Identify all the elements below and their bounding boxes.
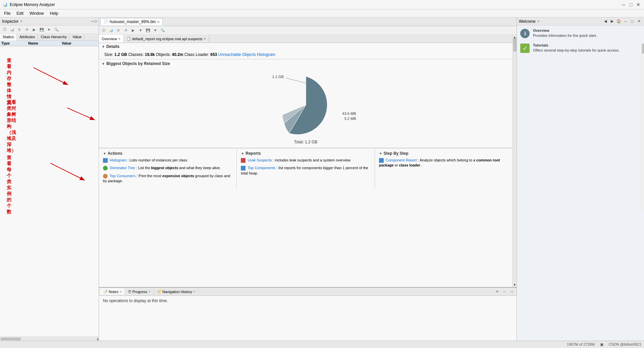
bottom-content-text: No operations to display at this time. — [103, 298, 168, 303]
editor-btn-save2[interactable]: 💾 — [145, 27, 151, 34]
right-nav-back[interactable]: ◀ — [602, 18, 608, 24]
overview-tab1-close[interactable]: ✕ — [118, 37, 121, 41]
editor-btn-info[interactable]: ⓘ — [100, 27, 107, 34]
editor-tab-close[interactable]: ✕ — [157, 20, 160, 24]
menu-file[interactable]: File — [1, 10, 13, 16]
biggest-toggle: ▼ — [102, 62, 105, 66]
notes-icon: 📝 — [103, 289, 108, 294]
toolbar-save[interactable]: 💾 — [38, 26, 45, 33]
content-scrollbar-v[interactable]: ▲ ▼ — [513, 35, 517, 287]
overview-tab2-icon: 📋 — [126, 37, 131, 41]
editor-btn-refresh[interactable]: ↺ — [122, 27, 129, 34]
editor-tab-main[interactable]: 📄 huixuexi_master_99%.bin ✕ — [100, 18, 163, 25]
progress-label: Progress — [132, 290, 147, 294]
details-header[interactable]: ▼ Details — [99, 43, 513, 50]
editor-btn-copy2[interactable]: ⎘ — [115, 27, 122, 34]
scroll-right-btn[interactable]: › — [97, 336, 99, 342]
topconsumers-link[interactable]: Top Consumers — [110, 174, 136, 178]
overview-tab1-label: Overview — [102, 37, 117, 41]
bottom-sections: ▼ Actions Histogram : Lists number of in… — [99, 148, 513, 189]
right-scroll-thumb[interactable] — [642, 44, 644, 54]
toolbar-copy[interactable]: ⎘ — [16, 26, 23, 33]
inspector-title: Inspector — [2, 19, 18, 24]
bottom-tab-navigation[interactable]: 🧭 Navigation History ✕ — [154, 288, 199, 295]
bottom-action-2[interactable]: ─ — [501, 288, 508, 295]
inspector-id: ✕ — [20, 19, 22, 23]
bottom-action-1[interactable]: ✕ — [494, 288, 500, 295]
col-type-header: Type — [1, 41, 28, 45]
center-main: Overview ✕ 📋 default_report org.eclipse.… — [99, 35, 517, 287]
topconsumers-icon — [103, 174, 108, 179]
editor-btn-dropdown[interactable]: ▼ — [137, 27, 144, 34]
welcome-tutorials-icon: ✓ — [520, 43, 530, 54]
right-header-buttons: ◀ ▶ 🏠 ─ □ ✕ — [602, 18, 642, 24]
welcome-overview-text: Overview Provides information for the qu… — [533, 28, 597, 39]
dominator-link[interactable]: Dominator Tree — [110, 166, 135, 170]
right-nav-home[interactable]: 🏠 — [616, 18, 622, 24]
histogram-link[interactable]: Histogram — [110, 158, 126, 162]
bottom-action-3[interactable]: □ — [508, 288, 515, 295]
details-toggle: ▼ — [102, 45, 105, 49]
right-maximize[interactable]: □ — [629, 18, 635, 24]
biggest-objects-header[interactable]: ▼ Biggest Objects by Retained Size — [99, 59, 513, 68]
details-size: 1.2 GB — [114, 52, 127, 57]
details-classloader: 653 — [210, 52, 217, 57]
close-button[interactable]: ✕ — [635, 2, 641, 8]
details-section: ▼ Details Size: 1.2 GB Classes: 19.8k Ob… — [99, 43, 513, 59]
unreachable-link[interactable]: Unreachable Objects Histogram — [218, 52, 275, 57]
topcomp-link[interactable]: Top Components — [248, 166, 275, 170]
maximize-button[interactable]: □ — [628, 2, 634, 8]
menu-window[interactable]: Window — [27, 10, 47, 16]
status-right: 1907M of 2728M ▣ CSDN @billxin0621 — [567, 342, 641, 347]
inspector-minimize[interactable]: ─ — [91, 19, 94, 23]
report-leak: Leak Suspects : includes leak suspects a… — [241, 158, 370, 163]
bottom-tab-progress[interactable]: ⏱ Progress ✕ — [125, 289, 154, 295]
toolbar-refresh[interactable]: ↺ — [23, 26, 30, 33]
scroll-thumb[interactable] — [513, 38, 517, 52]
right-minimize[interactable]: ─ — [623, 18, 629, 24]
details-classes: 19.8k — [145, 52, 155, 57]
menu-edit[interactable]: Edit — [14, 10, 26, 16]
menu-help[interactable]: Help — [47, 10, 61, 16]
inspector-maximize[interactable]: □ — [95, 19, 97, 23]
details-objects-label: Objects: — [156, 52, 172, 57]
overview-tab2-close[interactable]: ✕ — [204, 37, 206, 41]
inspector-scrollbar[interactable]: › — [0, 337, 99, 341]
details-classloader-label: Class Loader: — [184, 52, 210, 57]
toolbar-nav[interactable]: ▶ — [31, 26, 38, 33]
tab-class-hierarchy[interactable]: Class Hierarchy — [38, 34, 70, 40]
toolbar-chart[interactable]: 📊 — [9, 26, 15, 33]
editor-btn-nav2[interactable]: ▶ — [130, 27, 137, 34]
minimize-button[interactable]: ─ — [621, 2, 627, 8]
dominator-desc-pre: : List the — [136, 166, 151, 170]
editor-btn-search2[interactable]: 🔍 — [159, 27, 166, 34]
inspector-scroll-thumb[interactable] — [1, 338, 21, 340]
progress-close[interactable]: ✕ — [148, 290, 151, 293]
scroll-down-btn[interactable]: ▼ — [513, 282, 517, 287]
toolbar-info[interactable]: ⓘ — [1, 26, 8, 33]
right-close[interactable]: ✕ — [636, 18, 642, 24]
progress-icon: ⏱ — [128, 290, 131, 294]
pie-chart: 1.1 GB 43.6 MB 5.2 MB — [252, 71, 360, 138]
right-nav-forward[interactable]: ▶ — [609, 18, 615, 24]
overview-tab-1[interactable]: Overview ✕ — [99, 35, 124, 43]
toolbar-dropdown[interactable]: ▼ — [46, 26, 52, 33]
nav-close[interactable]: ✕ — [193, 290, 196, 293]
center-panel: 📄 huixuexi_master_99%.bin ✕ ⓘ 📊 ⎘ ↺ ▶ ▼ … — [99, 17, 517, 341]
bottom-panel: 📝 Notes ✕ ⏱ Progress ✕ 🧭 Navigation Hist… — [99, 287, 517, 341]
tab-attributes[interactable]: Attributes — [17, 34, 38, 40]
tab-value[interactable]: Value — [70, 34, 85, 40]
leak-link[interactable]: Leak Suspects — [248, 158, 272, 162]
toolbar-search[interactable]: 🔍 — [53, 26, 60, 33]
right-scrollbar-v[interactable] — [641, 43, 644, 210]
editor-btn-histogram[interactable]: 📊 — [108, 27, 114, 34]
editor-btn-dropdown2[interactable]: ▼ — [152, 27, 159, 34]
menu-bar: File Edit Window Help — [0, 9, 644, 17]
tab-statics[interactable]: Statics — [0, 34, 17, 41]
right-content: ℹ Overview Provides information for the … — [517, 25, 644, 341]
comp-link[interactable]: Component Report — [386, 158, 417, 162]
overview-tab-2[interactable]: 📋 default_report org.eclipse.mat.api:sus… — [124, 35, 209, 43]
notes-close[interactable]: ✕ — [119, 290, 122, 293]
svg-line-3 — [286, 78, 306, 83]
bottom-tab-notes[interactable]: 📝 Notes ✕ — [100, 288, 125, 295]
